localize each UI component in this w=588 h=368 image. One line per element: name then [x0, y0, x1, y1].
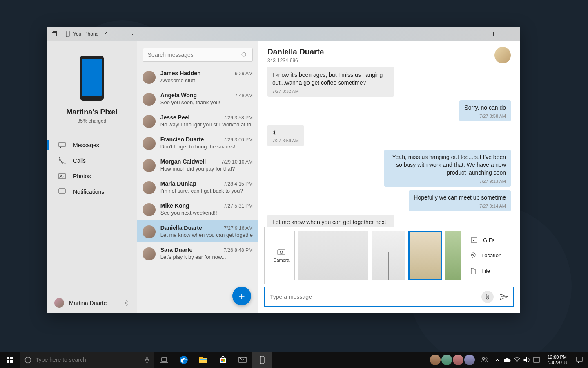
compose-bar	[264, 287, 514, 307]
camera-icon	[277, 249, 285, 255]
svg-rect-17	[10, 360, 13, 363]
attach-button[interactable]	[481, 291, 494, 303]
conversation-item[interactable]: Mike Kong 7/27 5:31 PM See you next week…	[137, 198, 258, 220]
svg-point-32	[482, 357, 485, 360]
svg-rect-35	[534, 357, 539, 362]
action-center-button[interactable]	[571, 352, 588, 368]
conv-name: Morgan Caldwell	[160, 158, 206, 165]
conv-time: 7/27 9:16 AM	[224, 225, 253, 231]
attach-label: GIFs	[483, 237, 494, 243]
taskbar-search[interactable]	[20, 352, 154, 368]
taskbar-clock[interactable]: 12:00 PM 7/30/2018	[543, 355, 571, 365]
taskbar-app-explorer[interactable]	[194, 352, 213, 368]
maximize-button[interactable]	[482, 27, 501, 41]
notifications-icon	[58, 188, 66, 195]
tray-volume-icon[interactable]	[522, 352, 531, 368]
phone-status: 85% charged	[47, 118, 137, 124]
taskbar-app-store[interactable]	[213, 352, 233, 368]
folder-icon	[199, 357, 207, 363]
attach-location[interactable]: Location	[465, 248, 514, 263]
svg-rect-28	[221, 361, 223, 362]
search-input[interactable]	[148, 52, 241, 58]
svg-rect-4	[59, 142, 65, 147]
avatar	[143, 247, 156, 260]
conversation-item[interactable]: Franciso Duarte 7/29 3:00 PM Don't forge…	[137, 132, 258, 154]
message-outgoing: Hopefully we can meet up sometime7/27 9:…	[409, 190, 511, 212]
phone-icon	[260, 356, 265, 364]
conv-time: 7/28 4:15 PM	[224, 181, 253, 187]
conv-name: James Hadden	[160, 70, 201, 76]
nav-label: Photos	[73, 173, 91, 180]
svg-point-8	[125, 302, 127, 304]
svg-rect-1	[52, 33, 56, 36]
tray-up-icon[interactable]	[493, 352, 502, 368]
message-incoming: :(7/27 8:59 AM	[267, 125, 304, 146]
taskbar-app-mail[interactable]	[233, 352, 252, 368]
photo-thumb[interactable]	[372, 231, 405, 280]
conv-preview: Awesome stuff	[160, 77, 253, 83]
phone-name: Martina's Pixel	[47, 108, 137, 117]
attach-label: File	[481, 268, 490, 274]
svg-point-34	[517, 361, 517, 362]
photo-thumb[interactable]	[298, 231, 368, 280]
nav-photos[interactable]: Photos	[47, 168, 137, 184]
message-outgoing: Yeah, miss us hanging out too...but I've…	[384, 150, 511, 187]
message-text: Let me know when you can get together ne…	[272, 218, 389, 227]
user-avatar[interactable]	[54, 298, 64, 308]
conv-name: Jesse Peel	[160, 114, 190, 121]
app-window: Your Phone Martina's Pixel 8	[47, 27, 520, 313]
taskbar-people[interactable]	[428, 355, 477, 365]
tab-dropdown-button[interactable]	[125, 27, 140, 41]
send-button[interactable]	[497, 294, 511, 300]
search-icon	[241, 52, 247, 58]
avatar	[143, 225, 156, 238]
svg-rect-7	[59, 189, 65, 193]
tray-onedrive-icon[interactable]	[503, 352, 512, 368]
conversation-item[interactable]: Daniella Duarte 7/27 9:16 AM Let me know…	[137, 220, 258, 242]
conversation-item[interactable]: Morgan Caldwell 7/29 10:10 AM How much d…	[137, 154, 258, 176]
avatar	[143, 137, 156, 150]
taskbar-app-edge[interactable]	[174, 352, 194, 368]
compose-input[interactable]	[270, 294, 478, 300]
tab-close-icon[interactable]	[104, 31, 108, 35]
taskbar-search-input[interactable]	[36, 357, 140, 363]
mic-icon[interactable]	[145, 356, 149, 364]
nav-label: Calls	[73, 157, 86, 164]
nav-calls[interactable]: Calls	[47, 153, 137, 168]
settings-button[interactable]	[123, 300, 129, 306]
task-view-button[interactable]	[154, 352, 174, 368]
nav-messages[interactable]: Messages	[47, 137, 137, 153]
conversation-item[interactable]: Maria Dunlap 7/28 4:15 PM I'm not sure, …	[137, 176, 258, 198]
nav-notifications[interactable]: Notifications	[47, 184, 137, 200]
close-button[interactable]	[501, 27, 520, 41]
cortana-icon	[24, 357, 31, 364]
photo-thumb[interactable]	[445, 231, 461, 280]
photo-thumb-selected[interactable]	[408, 231, 442, 280]
conversation-item[interactable]: James Hadden 9:29 AM Awesome stuff	[137, 66, 258, 88]
edge-icon	[179, 355, 188, 364]
people-button[interactable]	[477, 352, 491, 368]
tray-language-icon[interactable]	[532, 352, 541, 368]
chat-contact-avatar[interactable]	[494, 47, 511, 63]
tray-wifi-icon[interactable]	[512, 352, 521, 368]
camera-button[interactable]: Camera	[268, 231, 295, 280]
attach-file[interactable]: File	[465, 263, 514, 279]
search-messages[interactable]	[143, 48, 253, 62]
new-message-button[interactable]: +	[232, 287, 251, 305]
start-button[interactable]	[0, 352, 20, 368]
conversation-item[interactable]: Sara Duarte 7/26 8:48 PM Let's play it b…	[137, 242, 258, 265]
new-tab-button[interactable]	[111, 27, 125, 41]
message-timestamp: 7/27 8:58 AM	[464, 113, 506, 119]
taskbar-app-yourphone[interactable]	[252, 352, 272, 368]
window-sets-icon[interactable]	[47, 27, 62, 41]
camera-label: Camera	[273, 258, 289, 263]
attach-gifs[interactable]: GIFs	[465, 233, 514, 248]
title-tab[interactable]: Your Phone	[62, 27, 111, 40]
minimize-button[interactable]	[463, 27, 482, 41]
conversation-item[interactable]: Angela Wong 7:48 AM See you soon, thank …	[137, 88, 258, 110]
message-text: I know it's been ages, but I miss us han…	[272, 71, 389, 87]
conv-time: 7:48 AM	[235, 93, 253, 99]
phone-hero: Martina's Pixel 85% charged	[47, 41, 137, 131]
conversation-item[interactable]: Jesse Peel 7/29 3:58 PM No way! I though…	[137, 110, 258, 132]
avatar	[143, 181, 156, 194]
